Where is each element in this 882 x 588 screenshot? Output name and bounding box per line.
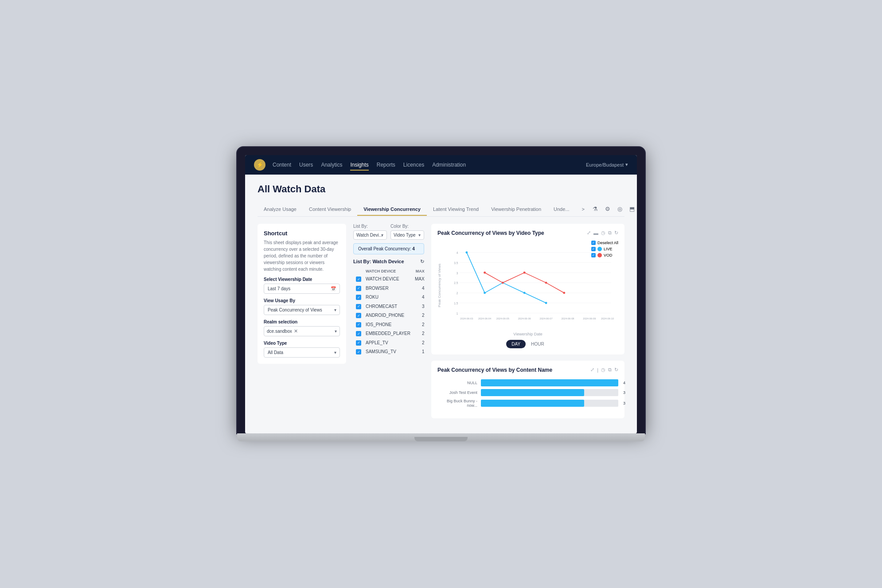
live-checkbox[interactable]: ✓ (591, 247, 596, 251)
chart1-refresh-icon[interactable]: ↻ (614, 230, 618, 236)
nav-item-reports[interactable]: Reports (377, 160, 395, 170)
svg-text:2024-06-05: 2024-06-05 (496, 317, 509, 320)
device-max-cell: 3 (413, 302, 426, 311)
view-usage-select[interactable]: Peak Concurrency of Views (264, 305, 340, 315)
view-usage-group: View Usage By Peak Concurrency of Views (264, 298, 340, 315)
svg-point-28 (502, 281, 504, 284)
svg-text:2024-06-10: 2024-06-10 (601, 317, 614, 320)
chart1-body: Peak Concurrency of Views (437, 241, 618, 331)
svg-text:2.5: 2.5 (454, 281, 458, 284)
device-max-cell: 2 (413, 320, 426, 329)
realm-chevron: ▾ (335, 329, 337, 334)
peak-concurrency-badge: Overall Peak Concurrency: 4 (353, 243, 424, 254)
timezone-selector[interactable]: Europe/Budapest ▾ (586, 162, 628, 167)
chart2-refresh-icon[interactable]: ↻ (614, 367, 618, 373)
settings-icon[interactable]: ⚙ (603, 204, 612, 214)
chart2-icons: ⤢ | ◷ ⧉ ↻ (590, 367, 618, 373)
list-by-col: List By: Watch Devi... (353, 224, 387, 240)
tab-viewership-concurrency[interactable]: Viewership Concurrency (357, 203, 427, 215)
share-icon[interactable]: ◎ (616, 204, 624, 214)
color-by-select[interactable]: Video Type (390, 230, 424, 240)
device-name-cell: SAMSUNG_TV (364, 348, 412, 356)
tab-viewership-penetration[interactable]: Viewership Penetration (485, 203, 547, 215)
middle-panel: List By: Watch Devi... Color By: (353, 224, 424, 424)
bar-track: 4 (481, 379, 618, 386)
color-by-label: Color By: (390, 224, 424, 229)
copy-icon[interactable]: ⧉ (608, 230, 612, 236)
screen-bezel: ⚡ Content Users Analytics Insights Repor… (237, 147, 645, 433)
tab-unde[interactable]: Unde... (547, 203, 575, 215)
device-checkbox[interactable]: ✓ (356, 331, 361, 336)
video-type-group: Video Type All Data (264, 341, 340, 358)
logo-symbol: ⚡ (257, 162, 263, 168)
nav-item-licences[interactable]: Licences (403, 160, 424, 170)
refresh-icon[interactable]: ↻ (420, 259, 424, 265)
svg-text:2024-06-09: 2024-06-09 (583, 317, 596, 320)
tab-analyze-usage[interactable]: Analyze Usage (258, 203, 303, 215)
svg-text:2024-06-07: 2024-06-07 (540, 317, 553, 320)
video-type-label: Video Type (264, 341, 340, 346)
filter-icon[interactable]: ⚗ (591, 204, 600, 214)
clock-icon[interactable]: ◷ (601, 230, 605, 236)
vod-checkbox[interactable]: ✓ (591, 253, 596, 257)
svg-text:2024-06-08: 2024-06-08 (561, 317, 574, 320)
main-content: All Watch Data Analyze Usage Content Vie… (245, 175, 637, 433)
chart2-clock-icon[interactable]: ◷ (601, 367, 605, 373)
device-checkbox[interactable]: ✓ (356, 295, 361, 300)
day-button[interactable]: DAY (506, 340, 526, 348)
tabs-actions: ⚗ ⚙ ◎ ⬒ ⬇ RESET DASHBOARD APPLY (591, 202, 637, 216)
tab-content-viewership[interactable]: Content Viewership (303, 203, 357, 215)
device-checkbox[interactable]: ✓ (356, 304, 361, 309)
right-panel: Peak Concurrency of Views by Video Type … (431, 224, 624, 424)
device-checkbox[interactable]: ✓ (356, 349, 361, 354)
chart2-copy-icon[interactable]: ⧉ (608, 367, 612, 373)
bar-chart-icon[interactable]: ▬ (593, 230, 598, 236)
device-row: ✓ BROWSER 4 (354, 284, 426, 292)
expand-icon[interactable]: ⤢ (587, 230, 591, 236)
device-checkbox[interactable]: ✓ (356, 286, 361, 291)
chart2-edit-icon[interactable]: | (597, 367, 598, 373)
bar-chart-area: NULL 4 Josh Test Event 3 Big Buck Bunny … (437, 378, 618, 412)
tab-more[interactable]: > (576, 203, 591, 215)
bar-fill (481, 379, 618, 386)
device-name-cell: BROWSER (364, 284, 412, 292)
bar-row: NULL 4 (437, 379, 618, 386)
nav-item-analytics[interactable]: Analytics (321, 160, 342, 170)
svg-point-31 (563, 292, 565, 294)
viewership-date-group: Select Viewership Date Last 7 days 📅 (264, 277, 340, 294)
deselect-checkbox[interactable]: ✓ (591, 241, 596, 245)
hour-button[interactable]: HOUR (526, 340, 549, 348)
svg-text:2: 2 (457, 292, 458, 295)
nav-item-content[interactable]: Content (273, 160, 291, 170)
chart2-expand-icon[interactable]: ⤢ (590, 367, 594, 373)
tab-latent-viewing[interactable]: Latent Viewing Trend (427, 203, 485, 215)
live-dot (597, 247, 602, 251)
device-name-col-header: WATCH DEVICE (364, 268, 412, 274)
device-checkbox[interactable]: ✓ (356, 322, 361, 327)
nav-item-insights[interactable]: Insights (350, 160, 368, 170)
export-icon[interactable]: ⬒ (628, 204, 636, 214)
chart1-y-label-container: Peak Concurrency of Views (437, 241, 441, 331)
shortcut-title: Shortcut (264, 230, 340, 237)
chart1-title: Peak Concurrency of Views by Video Type (437, 230, 544, 236)
device-checkbox[interactable]: ✓ (356, 276, 361, 282)
deselect-all-label[interactable]: Deselect All (597, 241, 618, 245)
bar-value: 3 (623, 401, 625, 405)
device-checkbox[interactable]: ✓ (356, 340, 361, 346)
nav-item-administration[interactable]: Administration (432, 160, 466, 170)
device-checkbox[interactable]: ✓ (356, 313, 361, 318)
color-by-col: Color By: Video Type (390, 224, 424, 240)
vod-legend-item: ✓ VOD (591, 253, 618, 257)
viewership-date-value: Last 7 days (268, 286, 290, 291)
bar-label: Big Buck Bunny - now... (437, 399, 477, 408)
bar-value: 3 (623, 390, 625, 395)
view-usage-label: View Usage By (264, 298, 340, 303)
nav-item-users[interactable]: Users (299, 160, 313, 170)
viewership-date-input[interactable]: Last 7 days 📅 (264, 284, 340, 294)
list-by-select[interactable]: Watch Devi... (353, 230, 387, 240)
realm-remove-button[interactable]: ✕ (294, 328, 298, 334)
list-by-wrapper: Watch Devi... (353, 230, 387, 240)
vod-dot (597, 253, 602, 257)
video-type-select[interactable]: All Data (264, 347, 340, 358)
chart1-y-label: Peak Concurrency of Views (437, 264, 441, 307)
